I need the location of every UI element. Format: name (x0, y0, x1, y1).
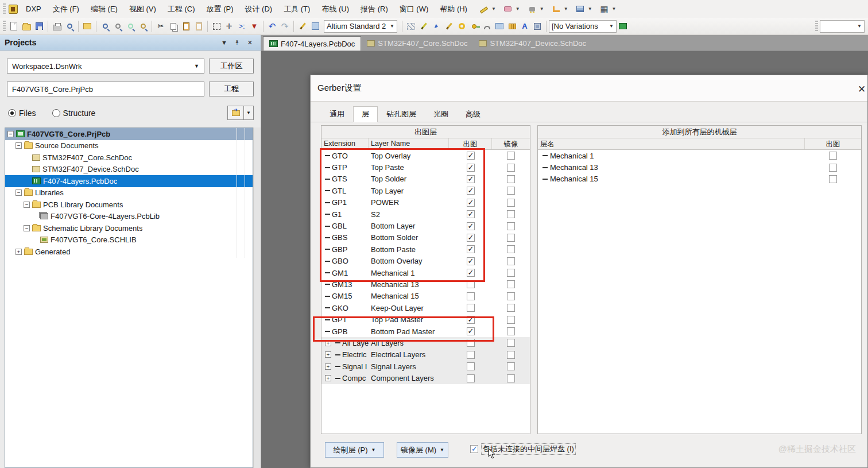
copy-icon[interactable] (168, 21, 179, 32)
menu-dxp[interactable]: DXP (20, 2, 47, 16)
layer-row-gm15[interactable]: GM15Mechanical 15 (321, 291, 530, 302)
mech-layer-row-1[interactable]: Mechanical 13 (538, 161, 861, 173)
col-extension[interactable]: Extension (321, 138, 369, 149)
menu-item-4[interactable]: 放置 (P) (201, 2, 239, 17)
chevron-down-icon[interactable]: ▼ (491, 6, 496, 11)
expand-icon[interactable]: + (325, 363, 331, 370)
layer-stack-icon-group[interactable]: ▼ (573, 2, 596, 16)
menu-item-10[interactable]: 帮助 (H) (434, 2, 473, 17)
layer-row-gbs[interactable]: GBSBottom Solder (321, 232, 530, 243)
radio-structure[interactable]: Structure (52, 109, 96, 118)
cursor-probe-icon[interactable] (431, 21, 442, 32)
col-mirror[interactable]: 镜像 (492, 138, 530, 149)
variant-icon[interactable] (617, 21, 629, 32)
mech-plot-checkbox-1[interactable] (829, 164, 837, 172)
expand-icon[interactable]: + (325, 351, 331, 358)
interactive-wire-icon[interactable] (297, 21, 308, 32)
mech-layer-row-2[interactable]: Mechanical 15 (538, 173, 861, 185)
plot-checkbox-gts[interactable] (467, 175, 475, 183)
mirror-checkbox-group-0[interactable] (507, 339, 515, 347)
open-document-icon[interactable] (21, 21, 32, 32)
arc-icon[interactable] (481, 21, 493, 32)
doc-tab-2[interactable]: STM32F407_Device.SchDoc (473, 36, 592, 51)
doc-tab-1[interactable]: STM32F407_Core.SchDoc (361, 36, 473, 51)
chevron-down-icon[interactable]: ▼ (564, 6, 568, 11)
menu-item-2[interactable]: 视图 (V) (123, 2, 162, 17)
tree-item-stm32f407-device-schdoc[interactable]: STM32F407_Device.SchDoc (5, 164, 253, 176)
doc-tab-0[interactable]: F407-4Layers.PcbDoc (263, 36, 361, 51)
collapse-icon[interactable]: − (16, 142, 22, 149)
component-icon[interactable] (532, 21, 543, 32)
col-plot2[interactable]: 出图 (805, 138, 861, 149)
layer-row-gts[interactable]: GTSTop Solder (321, 173, 530, 185)
dialog-close-icon[interactable]: ✕ (855, 83, 868, 95)
menu-item-3[interactable]: 工程 (C) (162, 2, 201, 17)
tree-item-f407vgt6-core-prjpcb[interactable]: −F407VGT6_Core.PrjPcb (5, 128, 253, 140)
undo-icon[interactable]: ↶ (266, 21, 278, 32)
mirror-checkbox-gbp[interactable] (507, 245, 515, 253)
select-rect-icon[interactable] (211, 21, 222, 32)
plot-checkbox-gp1[interactable] (467, 199, 475, 207)
tree-item-libraries[interactable]: −Libraries (5, 187, 253, 199)
plot-checkbox-gpb[interactable] (467, 327, 475, 335)
mirror-checkbox-gpt[interactable] (507, 316, 515, 324)
mirror-checkbox-gbs[interactable] (507, 234, 515, 242)
tree-item-schematic-library-documents[interactable]: −Schematic Library Documents (5, 222, 253, 234)
cut-icon[interactable]: ✂ (155, 21, 166, 32)
open-dropdown-icon[interactable]: ▼ (243, 106, 253, 119)
mirror-checkbox-gp1[interactable] (507, 199, 515, 207)
mirror-checkbox-gtp[interactable] (507, 164, 515, 172)
plot-checkbox-gbp[interactable] (467, 245, 475, 253)
redo-icon[interactable]: ↷ (279, 21, 290, 32)
mirror-checkbox-gbo[interactable] (507, 257, 515, 265)
layer-group-row-0[interactable]: +All LayeAll Layers (321, 337, 530, 349)
workspace-button[interactable]: 工作区 (209, 59, 254, 74)
plot-checkbox-group-0[interactable] (467, 339, 475, 347)
plot-checkbox-group-1[interactable] (467, 351, 475, 359)
panel-scrollbar[interactable] (253, 127, 261, 468)
dialog-tab-4[interactable]: 高级 (457, 106, 489, 122)
zoom-area-icon[interactable] (112, 21, 123, 32)
collapse-icon[interactable]: − (16, 189, 22, 196)
plot-checkbox-gbo[interactable] (467, 257, 475, 265)
mirror-checkbox-gts[interactable] (507, 175, 515, 183)
zoom-filter-icon[interactable] (137, 21, 149, 32)
layer-row-gbl[interactable]: GBLBottom Layer (321, 220, 530, 231)
tree-item-source-documents[interactable]: −Source Documents (5, 140, 253, 152)
radio-files[interactable]: Files (8, 109, 36, 118)
mirror-checkbox-gtl[interactable] (507, 187, 515, 195)
col-layer-name[interactable]: Layer Name (369, 138, 449, 149)
mirror-checkbox-gbl[interactable] (507, 222, 515, 230)
menu-item-5[interactable]: 设计 (D) (239, 2, 278, 17)
tree-item-pcb-library-documents[interactable]: −PCB Library Documents (5, 199, 253, 211)
plot-checkbox-g1[interactable] (467, 210, 475, 218)
mirror-layers-button[interactable]: 镜像层 (M) ▼ (397, 442, 448, 458)
tree-item-generated[interactable]: +Generated (5, 246, 253, 258)
cross-probe-icon[interactable]: >: (236, 21, 247, 32)
chevron-down-icon[interactable]: ▼ (540, 6, 544, 11)
plot-checkbox-gtl[interactable] (467, 187, 475, 195)
snippet-style-combo[interactable]: Altium Standard 2 ▼ (324, 20, 397, 33)
mech-plot-checkbox-0[interactable] (829, 152, 837, 160)
layer-row-g1[interactable]: G1S2 (321, 208, 530, 220)
via-pin-icon[interactable] (468, 21, 480, 32)
menu-item-7[interactable]: 布线 (U) (316, 2, 355, 17)
layer-row-gto[interactable]: GTOTop Overlay (321, 150, 530, 161)
variations-combo[interactable]: [No Variations ▼ (549, 20, 617, 33)
col-plot[interactable]: 出图 (449, 138, 492, 149)
layer-stack-icon[interactable] (575, 3, 586, 14)
new-document-icon[interactable] (8, 21, 20, 32)
collapse-icon[interactable]: − (24, 202, 30, 208)
tree-item-f407-4layers-pcbdoc[interactable]: F407-4Layers.PcbDoc (5, 175, 253, 187)
expand-icon[interactable]: + (16, 249, 22, 255)
hatch-fill-icon[interactable] (405, 21, 417, 32)
workspace-combo[interactable]: Workspace1.DsnWrk ▼ (7, 59, 204, 74)
zoom-document-icon[interactable] (99, 21, 111, 32)
menu-item-9[interactable]: 窗口 (W) (394, 2, 435, 17)
browse-library-icon[interactable] (309, 21, 321, 32)
expand-icon[interactable]: + (325, 340, 331, 346)
pencil-probe-icon[interactable] (443, 21, 455, 32)
layer-group-row-3[interactable]: +CompcComponent Layers (321, 372, 530, 384)
tree-item-f407vgt6-core-schlib[interactable]: F407VGT6_Core.SCHLIB (5, 234, 253, 246)
pad-array-icon[interactable] (506, 21, 518, 32)
